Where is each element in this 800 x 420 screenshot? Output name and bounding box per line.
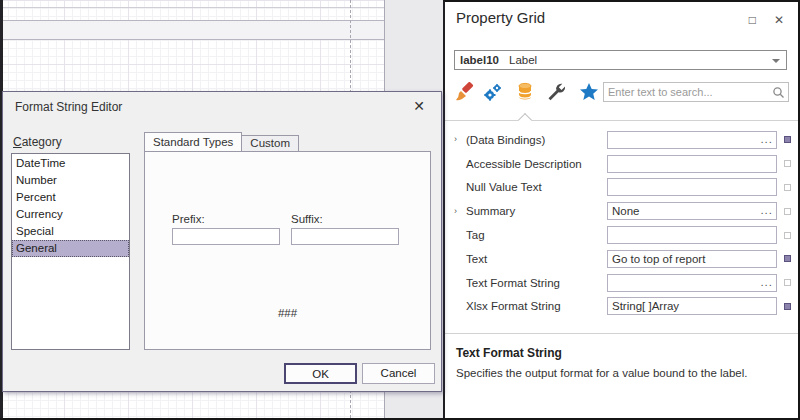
modified-indicator[interactable] xyxy=(784,184,791,191)
search-input[interactable] xyxy=(608,84,768,100)
data-database-icon[interactable] xyxy=(515,82,535,102)
behavior-gears-icon[interactable] xyxy=(483,82,503,102)
property-label[interactable]: Text xyxy=(466,253,607,265)
category-item-datetime[interactable]: DateTime xyxy=(12,155,129,172)
property-value-text: Go to top of report xyxy=(612,253,705,265)
category-item-percent[interactable]: Percent xyxy=(12,189,129,206)
property-row-summary: › Summary None... xyxy=(445,199,798,223)
standard-types-tab-panel: Prefix: Suffix: ### xyxy=(144,151,431,350)
band-separator xyxy=(0,20,384,40)
category-label-rest: ategory xyxy=(22,135,62,149)
category-item-currency[interactable]: Currency xyxy=(12,206,129,223)
object-selector-dropdown[interactable]: label10Label xyxy=(454,50,787,70)
ellipsis-button[interactable]: ... xyxy=(760,274,773,290)
property-label[interactable]: Xlsx Format String xyxy=(466,300,607,312)
category-item-number[interactable]: Number xyxy=(12,172,129,189)
ellipsis-button[interactable]: ... xyxy=(760,202,773,218)
screenshot-root: Property Grid □ ✕ label10Label xyxy=(0,0,800,420)
property-row-null-value-text: Null Value Text xyxy=(445,176,798,200)
property-label[interactable]: Null Value Text xyxy=(466,181,607,193)
format-preview-text: ### xyxy=(145,307,430,319)
category-toolbar xyxy=(445,80,798,108)
property-label[interactable]: (Data Bindings) xyxy=(466,134,607,146)
property-row-text-format-string: Text Format String ... xyxy=(445,271,798,295)
selected-object-type: Label xyxy=(509,54,537,66)
suffix-input[interactable] xyxy=(291,228,399,245)
suffix-label: Suffix: xyxy=(291,213,323,225)
property-value-editor[interactable] xyxy=(607,155,777,173)
tab-custom[interactable]: Custom xyxy=(242,135,299,151)
expander-icon[interactable]: › xyxy=(454,135,466,144)
prefix-label: Prefix: xyxy=(172,213,205,225)
chevron-down-icon[interactable] xyxy=(772,59,780,63)
property-value-editor[interactable] xyxy=(607,178,777,196)
property-value-editor[interactable]: ... xyxy=(607,131,777,149)
ok-button[interactable]: OK xyxy=(284,363,357,384)
property-value-text: String[ ]Array xyxy=(612,300,679,312)
property-value-editor[interactable]: ... xyxy=(607,274,777,292)
band-edge-line xyxy=(0,7,384,8)
category-label: Category xyxy=(13,135,62,149)
expander-icon[interactable]: › xyxy=(454,207,466,216)
description-text: Specifies the output format for a value … xyxy=(456,367,786,379)
modified-indicator[interactable] xyxy=(784,208,791,215)
property-label[interactable]: Accessible Description xyxy=(466,158,607,170)
search-icon xyxy=(772,86,785,99)
property-description-pane: Text Format String Specifies the output … xyxy=(445,333,798,418)
prefix-input[interactable] xyxy=(172,228,280,245)
dialog-title: Format String Editor xyxy=(15,100,122,114)
maximize-icon[interactable]: □ xyxy=(749,13,756,27)
property-value-editor[interactable]: String[ ]Array xyxy=(607,297,777,315)
close-icon[interactable]: ✕ xyxy=(774,13,784,27)
modified-indicator[interactable] xyxy=(784,160,791,167)
search-box xyxy=(603,82,789,102)
property-row-xlsx-format-string: Xlsx Format String String[ ]Array xyxy=(445,295,798,319)
property-value-text: None xyxy=(612,205,640,217)
property-value-editor[interactable]: Go to top of report xyxy=(607,250,777,268)
modified-indicator[interactable] xyxy=(784,136,791,143)
panel-title: Property Grid xyxy=(456,9,545,26)
format-string-editor-dialog: Format String Editor ✕ Category DateTime… xyxy=(2,91,442,392)
category-label-accel: C xyxy=(13,135,22,149)
favorites-star-icon[interactable] xyxy=(579,82,599,102)
cancel-button[interactable]: Cancel xyxy=(362,363,435,384)
modified-indicator[interactable] xyxy=(784,255,791,262)
property-value-editor[interactable]: None... xyxy=(607,202,777,220)
property-row-text: Text Go to top of report xyxy=(445,247,798,271)
ellipsis-button[interactable]: ... xyxy=(760,131,773,147)
property-value-editor[interactable] xyxy=(607,226,777,244)
property-row-data-bindings: › (Data Bindings) ... xyxy=(445,128,798,152)
format-tabs: Standard Types Custom xyxy=(144,132,299,151)
description-title: Text Format String xyxy=(456,346,786,360)
property-grid-panel: Property Grid □ ✕ label10Label xyxy=(443,0,798,418)
tools-wrench-icon[interactable] xyxy=(547,82,567,102)
category-item-special[interactable]: Special xyxy=(12,223,129,240)
dialog-close-icon[interactable]: ✕ xyxy=(413,98,425,114)
tab-standard-types[interactable]: Standard Types xyxy=(144,132,242,151)
property-rows: › (Data Bindings) ... Accessible Descrip… xyxy=(445,128,798,318)
property-label[interactable]: Summary xyxy=(466,205,607,217)
modified-indicator[interactable] xyxy=(784,279,791,286)
property-label[interactable]: Tag xyxy=(466,229,607,241)
selected-object-name: label10 xyxy=(460,54,499,66)
toolbar-separator xyxy=(445,120,798,121)
property-row-accessible-description: Accessible Description xyxy=(445,152,798,176)
modified-indicator[interactable] xyxy=(784,232,791,239)
property-row-tag: Tag xyxy=(445,223,798,247)
property-label[interactable]: Text Format String xyxy=(466,277,607,289)
category-item-general[interactable]: General xyxy=(12,240,129,257)
appearance-brush-icon[interactable] xyxy=(455,82,475,102)
active-category-notch xyxy=(518,113,532,127)
category-listbox: DateTime Number Percent Currency Special… xyxy=(11,153,130,350)
modified-indicator[interactable] xyxy=(784,303,791,310)
